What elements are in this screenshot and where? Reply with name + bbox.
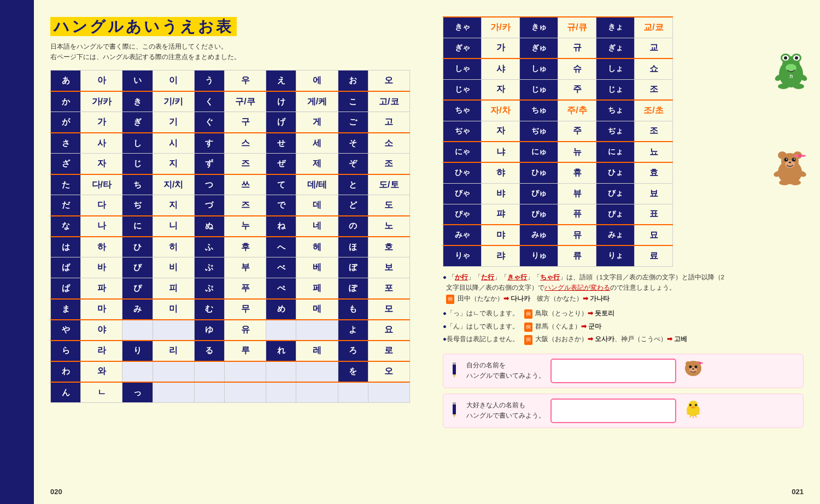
pencil-icon-2 <box>450 402 459 419</box>
note-item-1: ● 「か行」「た行」「きゃ行」「ちゃ行」は、語頭（1文字目／表の左側の文字）と語… <box>443 272 804 304</box>
pencil-icon-1 <box>450 362 459 379</box>
svg-point-11 <box>778 84 789 89</box>
svg-point-20 <box>792 158 796 162</box>
write-mascot-2 <box>684 399 703 422</box>
svg-point-33 <box>686 361 691 366</box>
svg-line-52 <box>695 415 696 418</box>
svg-point-46 <box>695 404 697 406</box>
svg-point-12 <box>793 84 804 89</box>
note-item-4: ●長母音は表記しません。 例 大阪（おおさか）➡ 오사카、神戸（こうべ）➡ 고베 <box>443 334 804 345</box>
write-mascot-1 <box>684 359 703 382</box>
svg-point-23 <box>789 162 792 163</box>
svg-marker-41 <box>453 414 456 418</box>
right-page: きゃ 가/카 きゅ 규/큐 きょ 교/쿄 ぎゃ 가 ぎゅ 규 ぎょ 교 <box>426 0 820 504</box>
svg-marker-30 <box>453 374 456 378</box>
svg-point-37 <box>695 366 698 368</box>
frog-mascot: カ <box>774 49 809 92</box>
book-spine <box>0 0 34 504</box>
page-number-right: 021 <box>792 488 804 496</box>
svg-rect-42 <box>453 402 456 405</box>
write-input-2[interactable] <box>550 398 676 423</box>
kana-table: あ 아 い 이 う 우 え 에 お 오 か 가/카 き 기/키 く 구/쿠 け … <box>50 70 410 403</box>
svg-point-21 <box>786 159 787 160</box>
note-item-3: ●「ん」はしで表します。 例 群馬（ぐんま）➡ 군마 <box>443 321 804 332</box>
notes-section: ● 「か行」「た行」「きゃ行」「ちゃ行」は、語頭（1文字目／表の左側の文字）と語… <box>443 272 804 345</box>
note-item-2: ●「っ」はㄴで表します。 例 鳥取（とっとり）➡ 돗토리 <box>443 308 804 319</box>
svg-line-50 <box>690 415 691 418</box>
svg-point-6 <box>784 56 787 60</box>
compound-kana-table: きゃ 가/카 きゅ 규/큐 きょ 교/쿄 ぎゃ 가 ぎゅ 규 ぎょ 교 <box>443 16 673 267</box>
svg-point-22 <box>794 159 795 160</box>
svg-point-24 <box>798 154 801 157</box>
svg-point-7 <box>795 56 798 60</box>
svg-point-45 <box>689 404 692 406</box>
svg-point-36 <box>689 366 692 368</box>
write-box-1: 自分の名前をハングルで書いてみよう。 <box>443 354 804 388</box>
svg-point-27 <box>779 180 790 185</box>
page-number-left: 020 <box>50 488 62 496</box>
svg-point-19 <box>784 158 788 162</box>
write-input-1[interactable] <box>550 359 676 383</box>
bear-mascot <box>772 148 808 188</box>
svg-point-49 <box>694 412 700 415</box>
svg-point-47 <box>691 406 695 408</box>
left-page: ハングルあいうえお表 日本語をハングルで書く際に、この表を活用してください。 右… <box>34 0 426 504</box>
subtitle: 日本語をハングルで書く際に、この表を活用してください。 右ページ下には、ハングル… <box>50 42 410 62</box>
svg-point-39 <box>699 362 701 364</box>
svg-point-48 <box>687 412 692 415</box>
svg-point-28 <box>790 180 801 185</box>
svg-text:カ: カ <box>789 74 793 79</box>
svg-rect-31 <box>453 362 456 365</box>
write-practice-section: 自分の名前をハングルで書いてみよう。 <box>443 354 804 428</box>
page-title: ハングルあいうえお表 <box>50 16 410 37</box>
svg-point-38 <box>692 368 694 370</box>
row-header: あ <box>51 71 81 91</box>
write-box-2: 大好きな人の名前もハングルで書いてみよう。 <box>443 394 804 428</box>
